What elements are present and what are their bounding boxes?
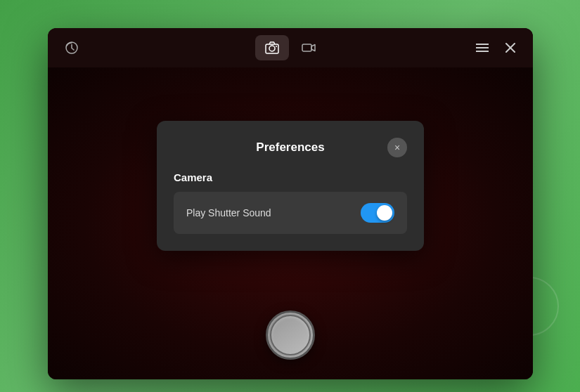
titlebar-left [59, 35, 84, 60]
preferences-dialog: Preferences × Camera Play Shutter Sound [157, 121, 424, 251]
svg-rect-4 [302, 44, 311, 51]
dialog-close-icon: × [394, 142, 400, 153]
titlebar [48, 28, 533, 67]
pref-label-shutter-sound: Play Shutter Sound [186, 207, 271, 218]
dialog-close-button[interactable]: × [387, 138, 407, 157]
svg-point-2 [269, 46, 275, 51]
viewfinder: Preferences × Camera Play Shutter Sound [48, 67, 533, 379]
toggle-track [361, 203, 394, 223]
titlebar-center [255, 35, 326, 60]
shutter-sound-toggle[interactable] [361, 203, 394, 223]
camera-icon [264, 40, 280, 55]
section-title: Camera [174, 171, 407, 183]
close-icon [505, 43, 515, 53]
svg-point-3 [276, 46, 277, 47]
history-button[interactable] [59, 35, 84, 60]
pref-row-shutter-sound: Play Shutter Sound [174, 192, 407, 234]
history-icon [65, 41, 79, 55]
video-icon [301, 40, 316, 55]
dialog-overlay: Preferences × Camera Play Shutter Sound [48, 107, 533, 379]
dialog-header: Preferences × [174, 138, 407, 157]
menu-button[interactable] [471, 37, 494, 59]
video-mode-button[interactable] [292, 35, 326, 60]
app-window: Preferences × Camera Play Shutter Sound [48, 28, 533, 379]
toggle-thumb [377, 205, 392, 221]
dialog-title: Preferences [193, 141, 387, 155]
titlebar-right [471, 37, 522, 59]
close-button[interactable] [499, 37, 522, 59]
photo-mode-button[interactable] [255, 35, 289, 60]
menu-icon [476, 43, 489, 53]
